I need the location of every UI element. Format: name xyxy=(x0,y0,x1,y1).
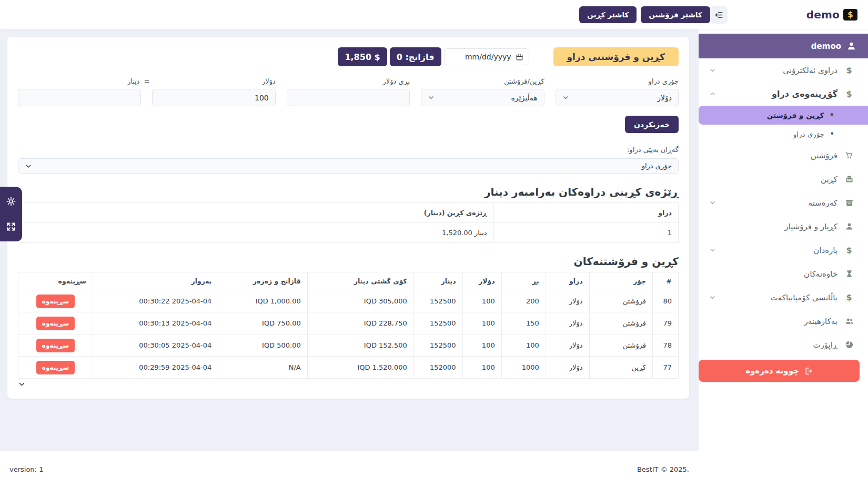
sidebar-item-currency-exchange[interactable]: $ گۆڕينەوەى دراو xyxy=(699,82,868,106)
sidebar-subitem-currency-type[interactable]: • جۆرى دراو xyxy=(699,125,868,144)
sidebar-user[interactable]: demoo xyxy=(699,34,868,58)
transaction-cell: IQD 152,500 xyxy=(307,334,413,357)
transaction-cell: N/A xyxy=(218,357,307,379)
rates-table-header-row: دراوڕێژەى كڕين (دينار) xyxy=(18,203,679,223)
transaction-cell: IQD 228,750 xyxy=(307,312,413,334)
column-header: دراو xyxy=(493,203,678,223)
date-placeholder: mm/dd/yyyy xyxy=(465,53,511,61)
sidebar-item-sell[interactable]: فرۆشتن xyxy=(699,144,868,167)
cart-icon xyxy=(844,151,854,160)
rates-cell: 1 xyxy=(493,223,678,243)
sidebar: demoo $ دراوى ئەلكترۆنى $ گۆڕينەوەى دراو… xyxy=(699,29,868,487)
transaction-cell: 100 xyxy=(462,334,501,357)
transaction-cell: 152500 xyxy=(413,290,462,312)
theme-settings-button[interactable] xyxy=(0,191,22,212)
transactions-table-title: كڕين و فرۆشتنەكان xyxy=(18,255,679,268)
transaction-cell: 00:30:22 2025-04-04 xyxy=(93,290,218,312)
transaction-cell: IQD 1,520,000 xyxy=(307,357,413,379)
main-area: كڕين و فرۆشتنى دراو mm/dd/yyyy قازانج: 0… xyxy=(0,29,699,487)
delete-button[interactable]: سڕينەوە xyxy=(36,295,75,308)
pie-chart-icon xyxy=(844,340,854,349)
users-icon xyxy=(844,317,854,326)
dollar-qty-label: بڕى دۆلار xyxy=(287,77,410,85)
version-label: version: 1 xyxy=(9,465,43,473)
filter-by-currency-select[interactable]: جۆرى دراو xyxy=(18,158,679,174)
brand[interactable]: $ demo xyxy=(806,8,857,21)
dollar-icon: $ xyxy=(844,292,854,302)
sidebar-menu: $ دراوى ئەلكترۆنى $ گۆڕينەوەى دراو • كڕي… xyxy=(699,58,868,357)
transaction-cell: 100 xyxy=(462,312,501,334)
save-button[interactable]: خەزنكردن xyxy=(625,116,679,133)
column-header: دراو xyxy=(546,272,589,290)
delete-button[interactable]: سڕينەوە xyxy=(36,317,75,330)
dollar-rate-label: دۆلار xyxy=(152,77,275,85)
transaction-row: 80فرۆشتندۆلار200100152500IQD 305,000IQD … xyxy=(18,290,679,312)
dollar-rate-input[interactable] xyxy=(152,89,275,106)
column-header: بڕ xyxy=(501,272,546,290)
chevron-down-icon xyxy=(709,247,716,253)
fullscreen-button[interactable] xyxy=(0,216,22,237)
currency-type-select[interactable]: دۆلار xyxy=(556,89,679,106)
transaction-row: 79فرۆشتندۆلار150100152500IQD 228,750IQD … xyxy=(18,312,679,334)
transaction-cell: 152500 xyxy=(413,334,462,357)
transaction-cell: IQD 1,000.00 xyxy=(218,290,307,312)
sidebar-item-users[interactable]: بەكارهينەر xyxy=(699,309,868,333)
bullet-icon: • xyxy=(830,130,834,138)
transaction-row: 78فرۆشتندۆلار100100152500IQD 152,500IQD … xyxy=(18,334,679,357)
transaction-row: 77كڕيندۆلار1000100152000IQD 1,520,000N/A… xyxy=(18,357,679,379)
dollar-icon: $ xyxy=(844,65,854,75)
sidebar-item-buyer-seller[interactable]: كڕيار و فرۆشيار xyxy=(699,215,868,238)
column-header: كۆى گشتى دينار xyxy=(307,272,413,290)
delete-cell: سڕينەوە xyxy=(18,357,93,379)
transaction-cell: 152500 xyxy=(413,312,462,334)
transaction-cell: 1000 xyxy=(501,357,546,379)
date-input[interactable]: mm/dd/yyyy xyxy=(444,48,529,65)
transaction-cell: دۆلار xyxy=(546,290,589,312)
filter-by-currency-label: گەڕان بەپێى دراو: xyxy=(18,146,679,154)
copyright: .BestIT © 2025 xyxy=(637,465,689,473)
sidebar-item-materials[interactable]: كەرەستە xyxy=(699,191,868,215)
rates-table-body: 11,520.00 دينار xyxy=(18,223,679,243)
cashier-buy-button[interactable]: كاشێر كڕين xyxy=(579,6,637,23)
sidebar-subitem-buy-sell[interactable]: • كڕين و فرۆشتن xyxy=(699,106,868,125)
topbar: $ demo كاشێر فرۆشتن كاشێر كڕين xyxy=(0,0,868,29)
rates-table-row: 11,520.00 دينار xyxy=(18,223,679,243)
transaction-cell: 100 xyxy=(462,290,501,312)
chevron-down-icon xyxy=(709,199,716,206)
sidebar-item-payment[interactable]: $ پارەدان xyxy=(699,238,868,262)
chevron-down-icon xyxy=(709,67,716,74)
dollar-icon: $ xyxy=(844,89,854,99)
footer: .BestIT © 2025 version: 1 xyxy=(0,451,699,487)
delete-cell: سڕينەوە xyxy=(18,290,93,312)
dollar-qty-input[interactable] xyxy=(287,89,410,106)
dollar-qty-field: بڕى دۆلار xyxy=(287,77,410,106)
dinar-label: = دينار xyxy=(18,77,141,85)
delete-button[interactable]: سڕينەوە xyxy=(36,361,75,374)
sidebar-item-buy[interactable]: كڕين xyxy=(699,167,868,191)
cashier-sell-button[interactable]: كاشێر فرۆشتن xyxy=(641,6,710,23)
dinar-input[interactable] xyxy=(18,89,141,106)
column-header: قازانج و زەرەر xyxy=(218,272,307,290)
chevron-down-icon xyxy=(562,94,569,101)
delete-button[interactable]: سڕينەوە xyxy=(36,339,75,352)
table-pagination-chevron-icon[interactable] xyxy=(18,380,26,388)
logout-button[interactable]: چوونە دەرەوە xyxy=(699,360,860,382)
buy-sell-select[interactable]: هەڵبژێره xyxy=(421,89,544,106)
card-header: كڕين و فرۆشتنى دراو mm/dd/yyyy قازانج: 0… xyxy=(18,47,679,66)
sidebar-toggle-button[interactable] xyxy=(710,6,728,24)
sidebar-item-company-balance[interactable]: $ باڵانسى كۆمپانياكەت xyxy=(699,286,868,309)
amount-badge: 1,850 $ xyxy=(338,47,387,66)
column-header: ڕێژەى كڕين (دينار) xyxy=(18,203,494,223)
floating-settings-panel xyxy=(0,187,22,241)
box-icon xyxy=(844,198,854,207)
expand-icon xyxy=(6,221,16,232)
sidebar-item-owners[interactable]: خاوەنەكان xyxy=(699,262,868,286)
sidebar-item-electronic-currency[interactable]: $ دراوى ئەلكترۆنى xyxy=(699,58,868,82)
column-header: بەروار xyxy=(93,272,218,290)
column-header: دۆلار xyxy=(462,272,501,290)
sidebar-item-report[interactable]: ڕاپۆرت xyxy=(699,333,868,357)
chevron-down-icon xyxy=(25,163,32,170)
transaction-cell: 00:30:13 2025-04-04 xyxy=(93,312,218,334)
user-icon xyxy=(846,41,856,51)
dollar-icon: $ xyxy=(844,245,854,255)
